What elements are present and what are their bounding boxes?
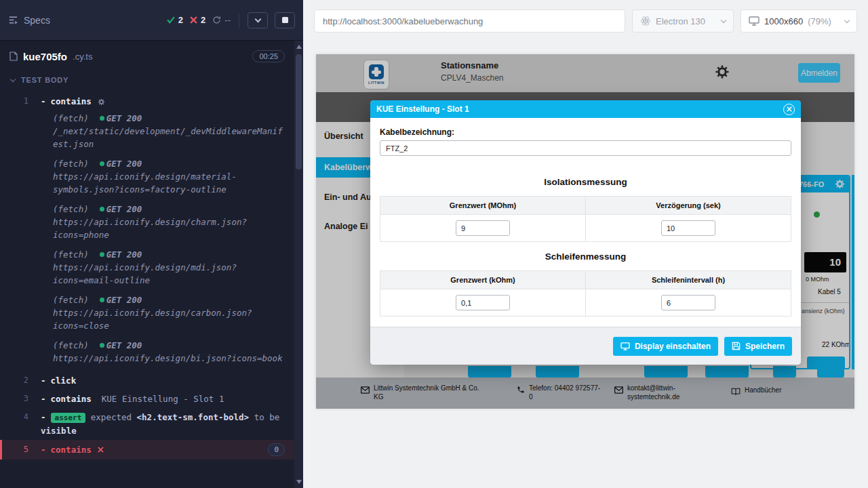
loop-grenzwert-input[interactable] [456,295,510,310]
loop-intervall-input[interactable] [661,295,715,310]
row-number: 3 [0,392,34,405]
spec-header: kue705fo.cy.ts 00:25 [0,41,294,72]
chevron-down-icon [844,17,850,22]
network-log-entry: (fetch)GET 200 https://api.iconify.desig… [0,248,294,287]
retry-count-badge: 0 [268,443,285,456]
fetch-url: https://api.iconify.design/charm.json?ic… [53,216,286,241]
file-icon [9,52,18,61]
options-gear-icon [98,96,105,109]
section-label: TEST BODY [21,76,68,84]
duration-badge: 00:25 [252,50,285,62]
fetch-status: GET 200 [106,339,142,352]
runner-topbar: Specs 2 2 -- [0,0,303,41]
command-name: contains [41,96,92,106]
iso-cell [586,215,791,242]
assert-state: visible [41,426,77,436]
iso-section-title: Isolationsmessung [380,177,791,187]
check-icon [167,16,175,24]
assert-target: <h2.text-sm.font-bold> [137,412,250,422]
fetch-tag: (fetch) [53,293,89,306]
spec-name[interactable]: kue705fo [23,51,67,62]
browser-selector[interactable]: Electron 130 [632,9,734,33]
save-button-label: Speichern [745,342,785,351]
network-log-entry: (fetch)GET 200 https://api.iconify.desig… [0,157,294,196]
viewport-selector[interactable]: 1000x660 (79%) [741,9,857,33]
scroll-up-icon[interactable] [296,45,302,49]
status-dot-icon [100,161,104,166]
status-dot-icon [100,252,104,257]
passed-stat: 2 [167,15,183,25]
row-number: 2 [0,374,34,387]
monitor-icon [749,16,760,26]
command-row-failed[interactable]: 5 contains0 [0,440,294,460]
scrollbar-thumb[interactable] [296,54,302,169]
fetch-tag: (fetch) [53,339,89,352]
loop-section-title: Schleifenmessung [380,251,791,262]
cable-name-input[interactable] [380,140,791,156]
sidebar-scrollbar[interactable] [294,41,303,488]
scroll-down-icon[interactable] [296,480,302,484]
kue-settings-modal: KUE Einstellung - Slot 1 Kabelbezeichnun… [370,100,801,365]
fetch-status: GET 200 [106,293,142,306]
iso-grenzwert-input[interactable] [456,220,510,236]
app-under-test: LITTWIN Stationsname CPLV4_Maschen Abmel… [316,54,854,409]
command-row[interactable]: 2 click [0,371,294,390]
assert-expected: expected [91,412,132,422]
save-button[interactable]: Speichern [724,337,792,356]
fetch-url: /_next/static/development/_devMiddleware… [53,125,286,150]
iso-verzoegerung-input[interactable] [661,220,715,236]
passed-count: 2 [178,15,183,25]
fetch-tag: (fetch) [53,157,89,170]
row-number: 1 [0,95,34,109]
command-row-assert[interactable]: 4 assert expected <h2.text-sm.font-bold>… [0,408,294,440]
url-toolbar: Electron 130 1000x660 (79%) [314,9,857,33]
aut-pane: Electron 130 1000x660 (79%) LITTWIN Stat… [303,0,868,488]
specs-list-icon [8,15,18,25]
status-dot-icon [100,207,104,211]
spec-extension: .cy.ts [73,52,92,62]
command-row[interactable]: 3 contains KUE Einstellung - Slot 1 [0,390,294,408]
fetch-url: https://api.iconify.design/material-symb… [53,170,286,196]
fetch-url: https://api.iconify.design/bi.json?icons… [53,352,286,365]
loop-table: Grenzwert (kOhm) Schleifenintervall (h) [380,270,791,317]
command-message: KUE Einstellung - Slot 1 [102,394,224,404]
status-dot-icon [100,116,104,121]
fetch-tag: (fetch) [53,112,89,125]
runner-controls: 2 2 -- [167,12,295,28]
save-floppy-icon [732,342,741,350]
specs-menu[interactable]: Specs [8,15,50,26]
command-name: contains [41,443,92,456]
fetch-url: https://api.iconify.design/mdi.json?icon… [53,261,286,287]
network-log-entry: (fetch)GET 200 https://api.iconify.desig… [0,339,294,365]
pending-stat: -- [212,15,231,25]
iso-cell [380,215,586,242]
display-icon [620,342,630,350]
display-button-label: Display einschalten [635,342,711,351]
network-log-entry: (fetch)GET 200 https://api.iconify.desig… [0,293,294,332]
iso-col2-header: Verzögerung (sek) [586,197,791,215]
status-dot-icon [100,298,104,302]
fetch-status: GET 200 [106,112,142,125]
display-on-button[interactable]: Display einschalten [613,337,718,356]
x-icon [190,16,197,24]
fetch-url: https://api.iconify.design/carbon.json?i… [53,306,286,332]
collapse-button[interactable] [248,12,268,28]
chevron-down-icon [721,17,726,22]
refresh-icon [212,16,221,24]
chevron-down-icon [254,16,261,22]
command-row[interactable]: 1 contains [0,92,294,112]
stop-button[interactable] [275,12,295,28]
viewport-zoom: (79%) [808,16,831,26]
close-icon[interactable] [783,104,795,115]
modal-body: Kabelbezeichnung: Isolationsmessung Gren… [370,118,801,317]
network-log-entry: (fetch)GET 200 https://api.iconify.desig… [0,203,294,241]
status-dot-icon [100,343,104,348]
test-body-section[interactable]: TEST BODY [0,76,294,84]
fetch-status: GET 200 [106,203,142,216]
iso-col1-header: Grenzwert (MOhm) [380,197,586,215]
fetch-tag: (fetch) [53,248,89,261]
url-input[interactable] [314,9,625,33]
assert-badge: assert [51,413,86,423]
specs-label: Specs [24,15,50,26]
viewport-size: 1000x660 [764,16,803,26]
